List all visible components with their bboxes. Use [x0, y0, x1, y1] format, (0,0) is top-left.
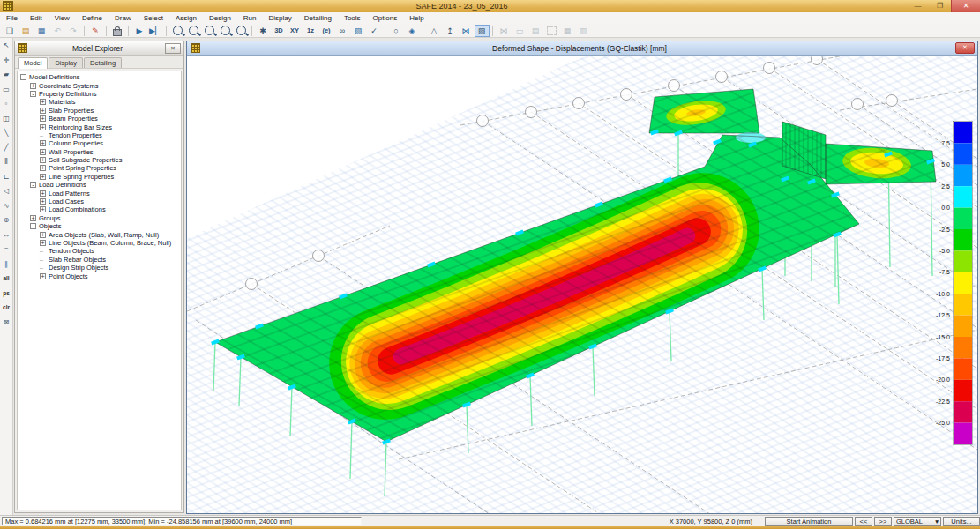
run-analysis-icon[interactable]: ▶: [132, 25, 147, 37]
save-model-icon[interactable]: ▦: [34, 25, 49, 37]
view-elevation-1z-icon[interactable]: 1z: [303, 25, 318, 37]
run-detailing-icon[interactable]: ▶▏: [148, 25, 163, 37]
minimize-button[interactable]: —: [907, 0, 929, 12]
check-model-icon[interactable]: ✓: [367, 25, 382, 37]
menu-design[interactable]: Design: [203, 12, 237, 24]
menu-edit[interactable]: Edit: [24, 12, 49, 24]
start-animation-button[interactable]: Start Animation: [765, 517, 853, 526]
close-button[interactable]: ✕: [951, 0, 980, 12]
next-step-button[interactable]: >>: [874, 517, 892, 526]
lock-model-icon[interactable]: [110, 25, 125, 37]
clear-selection-icon[interactable]: clr: [1, 302, 12, 313]
object-display-options-icon[interactable]: ▧: [351, 25, 366, 37]
expand-icon[interactable]: +: [40, 124, 46, 130]
expand-icon[interactable]: +: [40, 99, 46, 105]
coordinate-system-select[interactable]: GLOBAL ▾: [894, 517, 941, 526]
expand-icon[interactable]: +: [40, 108, 46, 114]
tree-item-slab-rebar-objects[interactable]: –Slab Rebar Objects: [20, 256, 181, 264]
quick-draw-opening-icon[interactable]: ◫: [1, 113, 12, 124]
view-plan-xy-icon[interactable]: XY: [288, 25, 303, 37]
draw-ramp-icon[interactable]: ◁: [1, 185, 12, 197]
menu-view[interactable]: View: [49, 12, 76, 24]
tree-item-reinforcing-bar-sizes[interactable]: +Reinforcing Bar Sizes: [20, 123, 181, 130]
snap-to-points-icon[interactable]: ○: [389, 25, 404, 37]
tree-item-coordinate-systems[interactable]: +Coordinate Systems: [20, 81, 181, 89]
tree-item-line-spring-properties[interactable]: +Line Spring Properties: [20, 173, 181, 181]
restore-full-view-icon[interactable]: [186, 25, 201, 37]
model-explorer-close-icon[interactable]: ✕: [165, 43, 181, 54]
expand-icon[interactable]: +: [40, 206, 46, 212]
rotate-view-icon[interactable]: (e): [319, 25, 334, 37]
menu-options[interactable]: Options: [367, 12, 404, 24]
viewport-3d-view[interactable]: 7.55.02.50.0-2.5-5.0-7.5-10.0-12.5-15.0-…: [187, 56, 977, 513]
tree-item-line-objects-beam-column-brace-null-[interactable]: +Line Objects (Beam, Column, Brace, Null…: [20, 239, 181, 247]
tree-item-load-cases[interactable]: +Load Cases: [20, 197, 181, 205]
select-previous-icon[interactable]: ps: [1, 287, 12, 299]
perspective-toggle-icon[interactable]: ∞: [335, 25, 350, 37]
tree-item-column-properties[interactable]: +Column Properties: [20, 139, 181, 147]
menu-define[interactable]: Define: [76, 12, 108, 24]
collapse-icon[interactable]: -: [30, 182, 36, 188]
collapse-icon[interactable]: -: [20, 74, 26, 80]
menu-assign[interactable]: Assign: [169, 12, 203, 24]
tree-item-load-patterns[interactable]: +Load Patterns: [20, 189, 181, 197]
menu-display[interactable]: Display: [263, 12, 298, 24]
menu-detailing[interactable]: Detailing: [298, 12, 338, 24]
menu-draw[interactable]: Draw: [108, 12, 138, 24]
quick-draw-line-icon[interactable]: ╱: [1, 142, 12, 153]
zoom-in-icon[interactable]: [218, 25, 233, 37]
deselect-mode-icon[interactable]: ⊠: [1, 317, 12, 328]
quick-draw-wall-icon[interactable]: ⊏: [1, 171, 12, 183]
expand-icon[interactable]: +: [40, 273, 46, 279]
undo-icon[interactable]: ↶: [50, 25, 65, 37]
quick-draw-column-icon[interactable]: Ⅱ: [1, 156, 12, 168]
detail-section-box-icon[interactable]: [544, 25, 559, 37]
menu-run[interactable]: Run: [237, 12, 263, 24]
new-model-icon[interactable]: ❏: [3, 25, 18, 37]
draw-point-object-icon[interactable]: ⊕: [1, 214, 12, 226]
show-deformed-shape-icon[interactable]: ⋈: [459, 25, 474, 37]
tree-item-slab-properties[interactable]: +Slab Properties: [20, 107, 181, 115]
tree-item-materials[interactable]: +Materials: [20, 98, 181, 106]
tree-item-design-strip-objects[interactable]: –Design Strip Objects: [20, 264, 181, 272]
view-3d-icon[interactable]: 3D: [272, 25, 287, 37]
show-tables-icon[interactable]: ▦: [560, 25, 575, 37]
tree-item-model-definitions[interactable]: -Model Definitions: [20, 73, 181, 81]
previous-step-button[interactable]: <<: [855, 517, 872, 526]
show-detailing-views-icon[interactable]: ▤: [528, 25, 543, 37]
draw-design-strip-icon[interactable]: =: [1, 243, 12, 255]
expand-icon[interactable]: +: [40, 240, 46, 246]
divide-strip-icon[interactable]: ∥: [1, 258, 12, 270]
draw-polygon-slab-icon[interactable]: ▰: [1, 69, 12, 80]
show-display-image-icon[interactable]: ▨: [475, 25, 490, 37]
zoom-rubber-band-icon[interactable]: [170, 25, 185, 37]
tab-display[interactable]: Display: [49, 57, 83, 68]
tree-item-wall-properties[interactable]: +Wall Properties: [20, 148, 181, 156]
reshape-object-icon[interactable]: ✛: [1, 55, 12, 66]
previous-zoom-icon[interactable]: [202, 25, 217, 37]
pan-view-icon[interactable]: ✱: [256, 25, 271, 37]
expand-icon[interactable]: +: [40, 115, 46, 122]
tree-item-property-definitions[interactable]: -Property Definitions: [20, 90, 181, 98]
expand-icon[interactable]: +: [40, 190, 46, 197]
expand-icon[interactable]: +: [30, 215, 36, 221]
collapse-icon[interactable]: -: [30, 91, 36, 97]
show-slab-design-icon[interactable]: ▭: [512, 25, 527, 37]
tree-item-point-spring-properties[interactable]: +Point Spring Properties: [20, 164, 181, 172]
menu-tools[interactable]: Tools: [338, 12, 367, 24]
draw-mode-pen-icon[interactable]: ✎: [88, 25, 103, 37]
quick-draw-slab-icon[interactable]: ▫: [1, 98, 12, 109]
menu-file[interactable]: File: [0, 12, 24, 24]
units-button[interactable]: Units...: [943, 517, 980, 526]
tree-item-soil-subgrade-properties[interactable]: +Soil Subgrade Properties: [20, 156, 181, 164]
collapse-icon[interactable]: -: [30, 223, 36, 229]
zoom-out-icon[interactable]: [234, 25, 249, 37]
redo-icon[interactable]: ↷: [66, 25, 81, 37]
select-all-icon[interactable]: all: [1, 272, 12, 284]
show-load-assigns-icon[interactable]: ↥: [443, 25, 458, 37]
open-file-icon[interactable]: ▤: [19, 25, 34, 37]
show-strip-forces-icon[interactable]: ⋈: [497, 25, 512, 37]
expand-icon[interactable]: +: [40, 232, 46, 238]
viewport-close-icon[interactable]: ✕: [955, 42, 975, 54]
expand-icon[interactable]: +: [40, 174, 46, 180]
